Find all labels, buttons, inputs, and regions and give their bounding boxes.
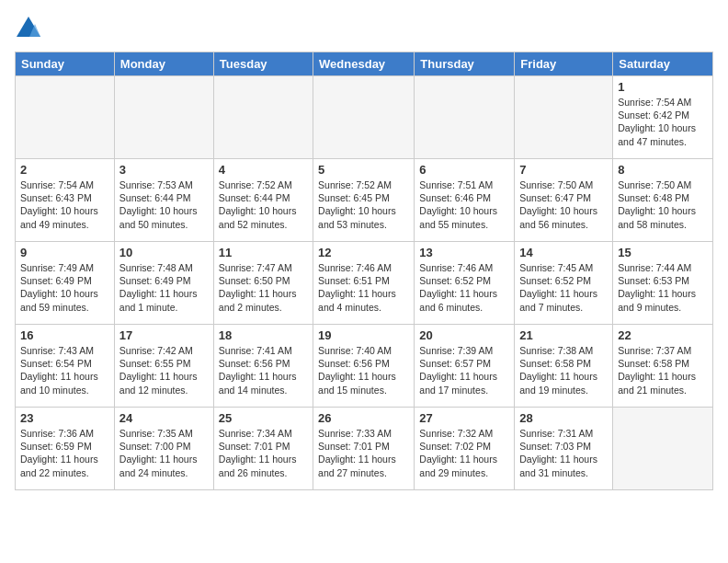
day-info: Sunrise: 7:48 AM Sunset: 6:49 PM Dayligh… xyxy=(119,261,209,314)
calendar-cell: 20Sunrise: 7:39 AM Sunset: 6:57 PM Dayli… xyxy=(415,325,515,408)
day-info: Sunrise: 7:41 AM Sunset: 6:56 PM Dayligh… xyxy=(219,344,308,396)
day-number: 16 xyxy=(20,328,109,342)
calendar-cell: 16Sunrise: 7:43 AM Sunset: 6:54 PM Dayli… xyxy=(16,325,115,408)
calendar-cell: 2Sunrise: 7:54 AM Sunset: 6:43 PM Daylig… xyxy=(16,159,115,242)
week-row-4: 16Sunrise: 7:43 AM Sunset: 6:54 PM Dayli… xyxy=(16,325,713,408)
calendar-cell: 19Sunrise: 7:40 AM Sunset: 6:56 PM Dayli… xyxy=(313,325,415,408)
week-row-1: 1Sunrise: 7:54 AM Sunset: 6:42 PM Daylig… xyxy=(16,76,713,159)
day-number: 15 xyxy=(618,246,708,259)
day-info: Sunrise: 7:54 AM Sunset: 6:43 PM Dayligh… xyxy=(20,178,109,231)
calendar-cell xyxy=(114,76,213,159)
day-info: Sunrise: 7:50 AM Sunset: 6:48 PM Dayligh… xyxy=(618,178,708,231)
day-number: 23 xyxy=(20,411,109,425)
day-number: 4 xyxy=(219,163,308,177)
calendar-cell: 3Sunrise: 7:53 AM Sunset: 6:44 PM Daylig… xyxy=(114,159,213,242)
day-info: Sunrise: 7:39 AM Sunset: 6:57 PM Dayligh… xyxy=(419,344,509,396)
calendar-cell xyxy=(313,76,415,159)
day-info: Sunrise: 7:38 AM Sunset: 6:58 PM Dayligh… xyxy=(519,344,608,396)
calendar-cell: 5Sunrise: 7:52 AM Sunset: 6:45 PM Daylig… xyxy=(313,159,415,242)
calendar-table: SundayMondayTuesdayWednesdayThursdayFrid… xyxy=(15,52,713,490)
day-number: 3 xyxy=(119,163,209,177)
day-number: 13 xyxy=(419,246,509,259)
day-number: 26 xyxy=(318,411,409,425)
day-number: 12 xyxy=(318,246,409,259)
weekday-header-monday: Monday xyxy=(114,52,213,76)
calendar-cell: 12Sunrise: 7:46 AM Sunset: 6:51 PM Dayli… xyxy=(313,242,415,325)
day-info: Sunrise: 7:53 AM Sunset: 6:44 PM Dayligh… xyxy=(119,178,209,231)
day-info: Sunrise: 7:49 AM Sunset: 6:49 PM Dayligh… xyxy=(20,261,109,314)
day-info: Sunrise: 7:32 AM Sunset: 7:02 PM Dayligh… xyxy=(419,427,509,479)
day-info: Sunrise: 7:45 AM Sunset: 6:52 PM Dayligh… xyxy=(519,261,608,314)
calendar-cell: 24Sunrise: 7:35 AM Sunset: 7:00 PM Dayli… xyxy=(114,408,213,490)
day-number: 18 xyxy=(219,328,308,342)
calendar-cell xyxy=(515,76,613,159)
day-number: 28 xyxy=(519,411,608,425)
weekday-header-saturday: Saturday xyxy=(613,52,713,76)
calendar-cell xyxy=(213,76,313,159)
day-info: Sunrise: 7:46 AM Sunset: 6:52 PM Dayligh… xyxy=(419,261,509,314)
calendar-cell: 15Sunrise: 7:44 AM Sunset: 6:53 PM Dayli… xyxy=(613,242,713,325)
calendar-cell: 26Sunrise: 7:33 AM Sunset: 7:01 PM Dayli… xyxy=(313,408,415,490)
calendar-cell xyxy=(613,408,713,490)
calendar-cell xyxy=(415,76,515,159)
day-info: Sunrise: 7:50 AM Sunset: 6:47 PM Dayligh… xyxy=(519,178,608,231)
day-info: Sunrise: 7:37 AM Sunset: 6:58 PM Dayligh… xyxy=(618,344,708,396)
day-number: 21 xyxy=(519,328,608,342)
day-number: 19 xyxy=(318,328,409,342)
day-info: Sunrise: 7:42 AM Sunset: 6:55 PM Dayligh… xyxy=(119,344,209,396)
weekday-header-tuesday: Tuesday xyxy=(213,52,313,76)
day-number: 2 xyxy=(20,163,109,177)
day-number: 24 xyxy=(119,411,209,425)
day-number: 22 xyxy=(618,328,708,342)
calendar-cell: 1Sunrise: 7:54 AM Sunset: 6:42 PM Daylig… xyxy=(613,76,713,159)
day-info: Sunrise: 7:52 AM Sunset: 6:45 PM Dayligh… xyxy=(318,178,409,231)
calendar-cell: 18Sunrise: 7:41 AM Sunset: 6:56 PM Dayli… xyxy=(213,325,313,408)
calendar-cell: 9Sunrise: 7:49 AM Sunset: 6:49 PM Daylig… xyxy=(16,242,115,325)
day-info: Sunrise: 7:51 AM Sunset: 6:46 PM Dayligh… xyxy=(419,178,509,231)
day-number: 7 xyxy=(519,163,608,177)
calendar-cell: 17Sunrise: 7:42 AM Sunset: 6:55 PM Dayli… xyxy=(114,325,213,408)
weekday-header-wednesday: Wednesday xyxy=(313,52,415,76)
day-number: 6 xyxy=(419,163,509,177)
calendar-cell: 21Sunrise: 7:38 AM Sunset: 6:58 PM Dayli… xyxy=(515,325,613,408)
day-info: Sunrise: 7:44 AM Sunset: 6:53 PM Dayligh… xyxy=(618,261,708,314)
week-row-2: 2Sunrise: 7:54 AM Sunset: 6:43 PM Daylig… xyxy=(16,159,713,242)
day-info: Sunrise: 7:35 AM Sunset: 7:00 PM Dayligh… xyxy=(119,427,209,479)
calendar-cell: 28Sunrise: 7:31 AM Sunset: 7:03 PM Dayli… xyxy=(515,408,613,490)
day-number: 20 xyxy=(419,328,509,342)
day-info: Sunrise: 7:46 AM Sunset: 6:51 PM Dayligh… xyxy=(318,261,409,314)
weekday-header-row: SundayMondayTuesdayWednesdayThursdayFrid… xyxy=(16,52,713,76)
day-number: 9 xyxy=(20,246,109,259)
logo xyxy=(15,15,46,42)
calendar-cell: 13Sunrise: 7:46 AM Sunset: 6:52 PM Dayli… xyxy=(415,242,515,325)
calendar-cell: 25Sunrise: 7:34 AM Sunset: 7:01 PM Dayli… xyxy=(213,408,313,490)
calendar-cell: 11Sunrise: 7:47 AM Sunset: 6:50 PM Dayli… xyxy=(213,242,313,325)
weekday-header-sunday: Sunday xyxy=(16,52,115,76)
day-info: Sunrise: 7:54 AM Sunset: 6:42 PM Dayligh… xyxy=(618,96,708,148)
day-info: Sunrise: 7:34 AM Sunset: 7:01 PM Dayligh… xyxy=(219,427,308,479)
day-info: Sunrise: 7:31 AM Sunset: 7:03 PM Dayligh… xyxy=(519,427,608,479)
day-number: 14 xyxy=(519,246,608,259)
calendar-cell xyxy=(16,76,115,159)
day-number: 8 xyxy=(618,163,708,177)
day-info: Sunrise: 7:47 AM Sunset: 6:50 PM Dayligh… xyxy=(219,261,308,314)
calendar-cell: 23Sunrise: 7:36 AM Sunset: 6:59 PM Dayli… xyxy=(16,408,115,490)
weekday-header-friday: Friday xyxy=(515,52,613,76)
calendar-cell: 8Sunrise: 7:50 AM Sunset: 6:48 PM Daylig… xyxy=(613,159,713,242)
day-number: 25 xyxy=(219,411,308,425)
day-number: 27 xyxy=(419,411,509,425)
week-row-5: 23Sunrise: 7:36 AM Sunset: 6:59 PM Dayli… xyxy=(16,408,713,490)
day-info: Sunrise: 7:40 AM Sunset: 6:56 PM Dayligh… xyxy=(318,344,409,396)
calendar-cell: 6Sunrise: 7:51 AM Sunset: 6:46 PM Daylig… xyxy=(415,159,515,242)
calendar-cell: 7Sunrise: 7:50 AM Sunset: 6:47 PM Daylig… xyxy=(515,159,613,242)
page-header xyxy=(15,15,713,42)
calendar-cell: 10Sunrise: 7:48 AM Sunset: 6:49 PM Dayli… xyxy=(114,242,213,325)
day-number: 10 xyxy=(119,246,209,259)
calendar-cell: 22Sunrise: 7:37 AM Sunset: 6:58 PM Dayli… xyxy=(613,325,713,408)
day-number: 17 xyxy=(119,328,209,342)
day-number: 11 xyxy=(219,246,308,259)
calendar-cell: 14Sunrise: 7:45 AM Sunset: 6:52 PM Dayli… xyxy=(515,242,613,325)
weekday-header-thursday: Thursday xyxy=(415,52,515,76)
calendar-cell: 27Sunrise: 7:32 AM Sunset: 7:02 PM Dayli… xyxy=(415,408,515,490)
logo-icon xyxy=(15,15,42,42)
